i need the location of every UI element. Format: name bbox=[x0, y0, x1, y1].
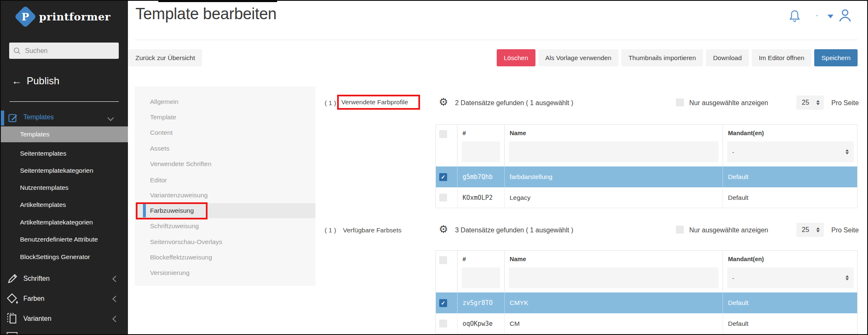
farbprofile-table: # Name Mandant(en) - g5mb7Qhb farbdarste… bbox=[435, 124, 858, 208]
sidebar-item-artikeltemplatekategorien[interactable]: Artikeltemplatekategorien bbox=[0, 214, 128, 230]
search-icon bbox=[13, 47, 21, 55]
settings-gear-icon[interactable]: ⚙ bbox=[439, 224, 448, 234]
sidebar-item-farben[interactable]: Farben bbox=[0, 290, 128, 307]
save-button[interactable]: Speichern bbox=[814, 49, 858, 66]
templates-parent-label: Templates bbox=[23, 113, 54, 121]
tab-farbzuweisung[interactable]: Farbzuweisung bbox=[135, 203, 315, 218]
show-selected-label: Nur ausgewählte anzeigen bbox=[689, 227, 768, 234]
chevron-left-icon bbox=[113, 275, 119, 282]
section1-count: ( 1 ) bbox=[325, 99, 336, 107]
brand[interactable]: P printformer bbox=[0, 4, 128, 29]
row-checkbox[interactable] bbox=[439, 173, 447, 181]
per-page-select[interactable]: 25 bbox=[796, 96, 824, 110]
sidebar-item-schriften[interactable]: Schriften bbox=[0, 270, 128, 287]
edit-square-icon bbox=[8, 112, 19, 123]
show-selected-checkbox[interactable] bbox=[676, 98, 684, 106]
select-arrows-icon bbox=[816, 100, 820, 105]
per-page-label: Pro Seite bbox=[831, 99, 859, 107]
pencil-icon bbox=[6, 273, 19, 285]
page-title: Template bearbeiten bbox=[135, 5, 277, 23]
tab-versionierung[interactable]: Versionierung bbox=[135, 265, 315, 280]
tab-assets[interactable]: Assets bbox=[135, 141, 315, 156]
sidebar-item-templates[interactable]: Templates bbox=[0, 126, 128, 142]
tab-allgemein[interactable]: Allgemein bbox=[135, 94, 315, 109]
arrow-left-icon: ← bbox=[12, 75, 22, 87]
search-input[interactable] bbox=[24, 47, 109, 55]
select-arrows-icon bbox=[845, 149, 849, 154]
per-page-select[interactable]: 25 bbox=[796, 223, 824, 237]
row-checkbox[interactable] bbox=[439, 194, 447, 202]
tab-blockeffektzuweisung[interactable]: Blockeffektzuweisung bbox=[135, 250, 315, 265]
tab-editor[interactable]: Editor bbox=[135, 173, 315, 188]
chevron-down-icon bbox=[108, 115, 114, 121]
select-arrows-icon bbox=[845, 275, 849, 280]
section1-status: 2 Datensätze gefunden ( 1 ausgewählt ) bbox=[455, 99, 573, 107]
user-profile-icon[interactable] bbox=[838, 8, 853, 23]
tab-template[interactable]: Template bbox=[135, 110, 315, 125]
name-filter-input[interactable] bbox=[509, 267, 718, 288]
section2-title: Verfügbare Farbsets bbox=[343, 227, 401, 234]
notifications-bell-icon[interactable] bbox=[788, 9, 801, 23]
publish-label: Publish bbox=[27, 75, 60, 87]
select-all-checkbox[interactable] bbox=[439, 130, 447, 138]
table-row[interactable]: KOxmOLP2 Legacy Default bbox=[436, 187, 857, 208]
brand-name: printformer bbox=[39, 11, 111, 23]
download-button[interactable]: Download bbox=[706, 49, 749, 66]
mandant-filter-select[interactable]: - bbox=[727, 141, 854, 162]
mandant-filter-select[interactable]: - bbox=[727, 267, 854, 288]
select-all-checkbox[interactable] bbox=[439, 256, 447, 264]
annotation-box-verwendete-farbprofile: Verwendete Farbprofile bbox=[337, 95, 420, 110]
show-selected-label: Nur ausgewählte anzeigen bbox=[689, 99, 768, 107]
settings-gear-icon[interactable]: ⚙ bbox=[439, 97, 448, 107]
show-selected-checkbox[interactable] bbox=[676, 226, 684, 234]
action-button-row: Löschen Als Vorlage verwenden Thumbnails… bbox=[497, 49, 858, 66]
use-as-template-button[interactable]: Als Vorlage verwenden bbox=[538, 49, 619, 66]
sidebar-item-seitentemplates[interactable]: Seitentemplates bbox=[0, 146, 128, 161]
sidebar-item-seitentemplatekategorien[interactable]: Seitentemplatekategorien bbox=[0, 163, 128, 179]
sidebar-search[interactable] bbox=[9, 43, 119, 59]
sidebar-item-templates-parent[interactable]: Templates bbox=[0, 110, 128, 126]
account-dropdown-caret-icon[interactable] bbox=[828, 15, 833, 18]
row-checkbox[interactable] bbox=[439, 320, 447, 327]
tab-verwendete-schriften[interactable]: Verwendete Schriften bbox=[135, 156, 315, 171]
sidebar-item-blocksettings-generator[interactable]: BlockSettings Generator bbox=[0, 249, 128, 265]
sidebar-divider bbox=[10, 101, 119, 102]
open-in-editor-button[interactable]: Im Editor öffnen bbox=[752, 49, 811, 66]
sidebar: P printformer ← Publish Templates Templa… bbox=[0, 0, 128, 335]
partial-icon bbox=[7, 332, 18, 335]
back-to-publish[interactable]: ← Publish bbox=[12, 75, 60, 87]
delete-button[interactable]: Löschen bbox=[497, 49, 535, 66]
row-checkbox[interactable] bbox=[439, 299, 447, 307]
name-filter-input[interactable] bbox=[509, 141, 718, 162]
tab-seitenvorschau-overlays[interactable]: Seitenvorschau-Overlays bbox=[135, 234, 315, 249]
sidebar-item-benutzerdefinierte-attribute[interactable]: Benutzerdefinierte Attribute bbox=[0, 232, 128, 247]
id-filter-input[interactable] bbox=[462, 267, 500, 288]
back-to-overview-button[interactable]: Zurück zur Übersicht bbox=[128, 49, 202, 66]
template-edit-page: P printformer ← Publish Templates Templa… bbox=[0, 0, 868, 335]
paint-bucket-icon bbox=[6, 293, 19, 305]
table-row[interactable]: zvSgr8TO CMYK Default bbox=[436, 292, 857, 313]
tab-schriftzuweisung[interactable]: Schriftzuweisung bbox=[135, 219, 315, 234]
pages-icon bbox=[6, 312, 19, 325]
per-page-label: Pro Seite bbox=[831, 227, 859, 234]
section2-count: ( 1 ) bbox=[325, 227, 336, 234]
table-row[interactable]: oqOKpw3e CM Default bbox=[436, 313, 857, 334]
template-subnav: Allgemein Template Content Assets Verwen… bbox=[135, 86, 315, 286]
section1-title: Verwendete Farbprofile bbox=[339, 98, 408, 106]
import-thumbnails-button[interactable]: Thumbnails importieren bbox=[621, 49, 703, 66]
active-tab-indicator bbox=[143, 204, 146, 217]
sidebar-item-artikeltemplates[interactable]: Artikeltemplates bbox=[0, 197, 128, 213]
tab-variantenzuweisung[interactable]: Variantenzuweisung bbox=[135, 188, 315, 203]
top-strip-artifact bbox=[158, 0, 277, 2]
id-filter-input[interactable] bbox=[462, 141, 500, 162]
sidebar-item-nutzentemplates[interactable]: Nutzentemplates bbox=[0, 180, 128, 196]
table-row[interactable]: g5mb7Qhb farbdarstellung Default bbox=[436, 166, 857, 187]
account-name: - bbox=[816, 12, 818, 19]
sidebar-item-varianten[interactable]: Varianten bbox=[0, 310, 128, 327]
printformer-logo-icon: P bbox=[14, 5, 37, 28]
select-arrows-icon bbox=[816, 227, 820, 232]
table-header: # Name Mandant(en) - bbox=[436, 251, 857, 292]
active-indicator-bar bbox=[0, 111, 4, 126]
tab-content[interactable]: Content bbox=[135, 125, 315, 140]
chevron-left-icon bbox=[113, 315, 119, 322]
